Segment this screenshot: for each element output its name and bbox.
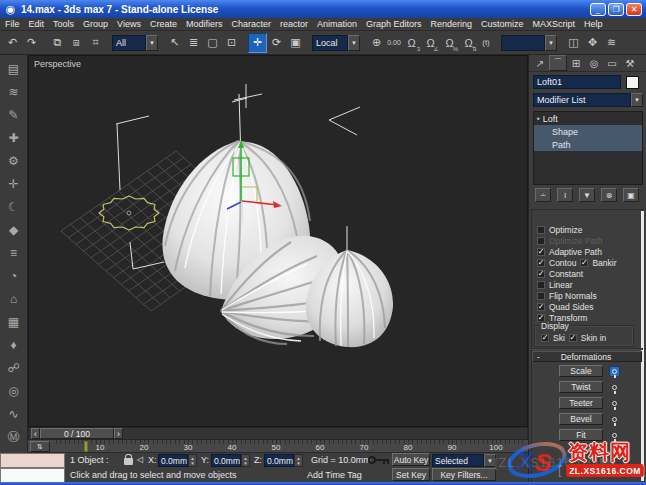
left-tool-icon-6[interactable]: ☾ [3, 196, 25, 218]
spinner-snap-icon[interactable]: Ω⇅ [459, 33, 478, 53]
reference-coordinate-arrow-icon[interactable]: ▼ [348, 35, 360, 51]
menu-tools[interactable]: Tools [53, 19, 74, 29]
skin-in-shaded-checkbox[interactable]: ✓ [569, 334, 577, 342]
select-by-name-icon[interactable]: ≣ [184, 33, 203, 53]
set-keys-key-icon[interactable] [368, 456, 390, 465]
selection-filter-arrow-icon[interactable]: ▼ [146, 35, 158, 51]
link-icon[interactable]: ⧉ [48, 33, 67, 53]
menu-rendering[interactable]: Rendering [431, 19, 473, 29]
create-tab-icon[interactable]: ↗ [531, 55, 549, 71]
menu-customize[interactable]: Customize [481, 19, 524, 29]
optimize-checkbox[interactable] [537, 226, 545, 234]
flip-normals-checkbox[interactable] [537, 292, 545, 300]
redo-icon[interactable]: ↷ [22, 33, 41, 53]
x-spinner[interactable]: ▴▾ [188, 454, 197, 467]
percent-snap-icon[interactable]: Ω% [440, 33, 459, 53]
maxscript-listener-pink[interactable] [0, 453, 65, 468]
menu-animation[interactable]: Animation [317, 19, 357, 29]
selection-filter-dropdown[interactable]: All [112, 35, 146, 51]
configure-modifier-sets-icon[interactable]: ▣ [623, 188, 639, 202]
align-icon[interactable]: ✥ [583, 33, 602, 53]
current-frame-marker[interactable] [84, 441, 88, 452]
left-tool-icon-3[interactable]: ✚ [3, 127, 25, 149]
left-tool-icon-11[interactable]: ▦ [3, 311, 25, 333]
restore-button[interactable]: ❐ [608, 3, 624, 16]
left-tool-icon-10[interactable]: ⌂ [3, 288, 25, 310]
scale-lightbulb-icon[interactable] [609, 366, 620, 377]
select-object-icon[interactable]: ↖ [165, 33, 184, 53]
loft-shape-spline[interactable] [99, 196, 159, 230]
y-coordinate-field[interactable]: 0.0mm [211, 454, 241, 467]
option-adaptive-path[interactable]: ✓ Adaptive Path [537, 247, 602, 257]
option-linear[interactable]: Linear [537, 280, 573, 290]
left-tool-icon-4[interactable]: ⚙ [3, 150, 25, 172]
menu-group[interactable]: Group [83, 19, 108, 29]
object-name-field[interactable]: Loft01 [533, 75, 621, 89]
left-tool-icon-9[interactable]: ◔ [3, 265, 25, 287]
menu-create[interactable]: Create [150, 19, 177, 29]
skin-checkbox[interactable]: ✓ [541, 334, 549, 342]
add-time-tag[interactable]: Add Time Tag [307, 470, 362, 480]
left-tool-icon-2[interactable]: ✎ [3, 104, 25, 126]
next-frame-button[interactable]: › [114, 428, 123, 439]
perspective-viewport[interactable]: Perspective [28, 55, 528, 427]
select-move-icon[interactable]: ✛ [248, 33, 267, 53]
option-contour-banking[interactable]: ✓ Contou ✓ Bankir [537, 258, 617, 268]
time-slider-button[interactable]: 0 / 100 [40, 428, 114, 439]
bevel-lightbulb-icon[interactable] [609, 414, 620, 425]
menu-character[interactable]: Character [231, 19, 271, 29]
teeter-deformation-button[interactable]: Teeter [559, 397, 603, 409]
absolute-mode-icon[interactable]: ◁ [137, 455, 143, 464]
menu-help[interactable]: Help [584, 19, 603, 29]
twist-deformation-button[interactable]: Twist [559, 381, 603, 393]
select-scale-icon[interactable]: ▣ [286, 33, 305, 53]
viewport-label[interactable]: Perspective [34, 59, 81, 69]
window-crossing-icon[interactable]: ⊡ [222, 33, 241, 53]
mirror-icon[interactable]: ◫ [564, 33, 583, 53]
select-rotate-icon[interactable]: ⟳ [267, 33, 286, 53]
option-flip-normals[interactable]: Flip Normals [537, 291, 597, 301]
stack-item-path[interactable]: Path [534, 138, 642, 151]
remove-modifier-icon[interactable]: ⊗ [601, 188, 617, 202]
teeter-lightbulb-icon[interactable] [609, 398, 620, 409]
reference-coordinate-dropdown[interactable]: Local [312, 35, 348, 51]
menu-maxscript[interactable]: MAXScript [533, 19, 576, 29]
option-constant[interactable]: ✓ Constant [537, 269, 583, 279]
track-bar[interactable]: ⇅ 10 20 30 40 50 60 70 80 90 100 [28, 440, 528, 453]
named-selection-sets-dropdown[interactable] [501, 35, 545, 51]
left-tool-icon-0[interactable]: ▤ [3, 58, 25, 80]
title-bar[interactable]: ◉ 14.max - 3ds max 7 - Stand-alone Licen… [0, 0, 646, 18]
time-slider-track[interactable]: ‹ 0 / 100 › [28, 427, 528, 440]
left-tool-icon-15[interactable]: ∿ [3, 403, 25, 425]
modifier-list-dropdown[interactable]: Modifier List [533, 93, 631, 107]
scale-deformation-button[interactable]: Scale [559, 365, 603, 377]
show-end-result-icon[interactable]: I [557, 188, 573, 202]
bevel-deformation-button[interactable]: Bevel [559, 413, 603, 425]
z-spinner[interactable]: ▴▾ [294, 454, 303, 467]
selection-lock-icon[interactable] [124, 458, 133, 465]
left-tool-icon-7[interactable]: ◆ [3, 219, 25, 241]
menu-views[interactable]: Views [117, 19, 141, 29]
x-coordinate-field[interactable]: 0.0mm [158, 454, 188, 467]
utilities-tab-icon[interactable]: ⚒ [621, 55, 639, 71]
stack-item-shape[interactable]: Shape [534, 125, 642, 138]
left-tool-icon-8[interactable]: ≡ [3, 242, 25, 264]
left-tool-icon-5[interactable]: ✛ [3, 173, 25, 195]
menu-reactor[interactable]: reactor [280, 19, 308, 29]
twist-lightbulb-icon[interactable] [609, 382, 620, 393]
use-pivot-center-icon[interactable]: ⊕ [367, 33, 386, 53]
stack-item-loft[interactable]: ▪ Loft [534, 112, 642, 125]
object-color-swatch[interactable] [626, 76, 639, 89]
left-tool-icon-1[interactable]: ≋ [3, 81, 25, 103]
left-tool-icon-16[interactable]: Ⓜ [3, 426, 25, 448]
motion-tab-icon[interactable]: ◎ [585, 55, 603, 71]
option-optimize[interactable]: Optimize [537, 225, 583, 235]
bind-spacewarp-icon[interactable]: ⌗ [86, 33, 105, 53]
key-filters-button[interactable]: Key Filters... [432, 468, 496, 481]
make-unique-icon[interactable]: ▼ [579, 188, 595, 202]
pin-stack-icon[interactable]: ∸ [535, 188, 551, 202]
mini-curve-editor-button[interactable]: ⇅ [30, 441, 50, 452]
maxscript-listener-white[interactable] [0, 468, 65, 483]
option-skin[interactable]: ✓ Ski ✓ Skin in [541, 333, 606, 343]
z-coordinate-field[interactable]: 0.0mm [264, 454, 294, 467]
